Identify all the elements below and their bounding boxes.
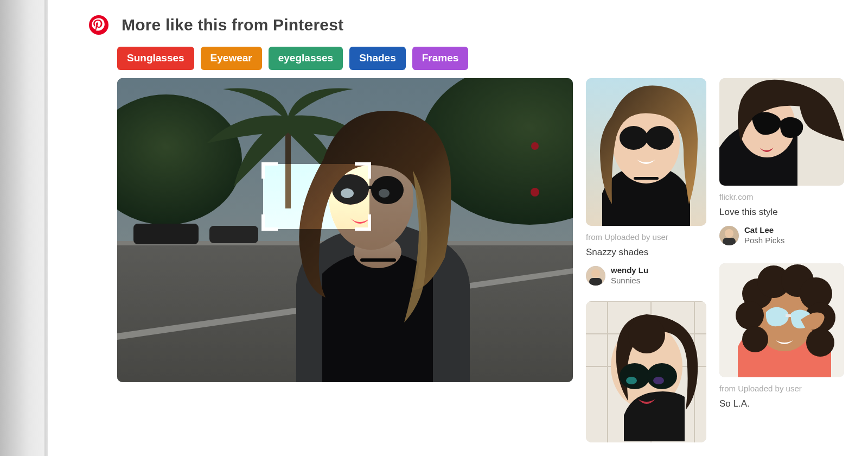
svg-point-35 bbox=[646, 126, 674, 150]
roi-bright bbox=[263, 164, 369, 229]
svg-point-68 bbox=[806, 328, 834, 357]
tag-sunglasses[interactable]: Sunglasses bbox=[117, 47, 194, 70]
roi-corner-tr[interactable] bbox=[355, 162, 371, 179]
pin-caption: Snazzy shades bbox=[586, 247, 706, 258]
byline-board: Sunnies bbox=[611, 276, 648, 286]
hero-image[interactable] bbox=[117, 78, 573, 382]
svg-rect-58 bbox=[723, 238, 736, 245]
svg-point-67 bbox=[742, 326, 768, 352]
roi-corner-br[interactable] bbox=[355, 214, 371, 231]
svg-point-57 bbox=[725, 229, 733, 238]
byline-text: wendy Lu Sunnies bbox=[611, 265, 648, 286]
tag-shades[interactable]: Shades bbox=[349, 47, 406, 70]
pin[interactable]: from Uploaded by user Snazzy shades wend… bbox=[586, 78, 706, 296]
svg-rect-51 bbox=[648, 372, 652, 375]
tag-row: Sunglasses Eyewear eyeglasses Shades Fra… bbox=[117, 47, 468, 70]
pin[interactable]: from Uploaded by user So L.A. bbox=[719, 263, 844, 409]
page-title: More like this from Pinterest bbox=[122, 16, 343, 34]
pin-byline[interactable]: Cat Lee Posh Picks bbox=[719, 225, 844, 246]
svg-rect-22 bbox=[285, 164, 291, 208]
results-col-2: flickr.com Love this style Cat Lee Posh … bbox=[719, 78, 844, 409]
pin-source: from Uploaded by user bbox=[586, 232, 706, 242]
svg-point-29 bbox=[341, 188, 354, 198]
header: More like this from Pinterest bbox=[89, 15, 343, 35]
visual-search-region[interactable] bbox=[263, 164, 369, 229]
pin-byline[interactable]: wendy Lu Sunnies bbox=[586, 265, 706, 286]
pinterest-icon bbox=[89, 15, 108, 35]
svg-rect-39 bbox=[589, 278, 602, 286]
svg-rect-69 bbox=[786, 314, 791, 317]
svg-point-52 bbox=[626, 377, 637, 384]
svg-point-48 bbox=[628, 316, 665, 353]
pin-image[interactable] bbox=[719, 263, 844, 377]
svg-point-49 bbox=[620, 363, 650, 389]
svg-point-53 bbox=[653, 377, 664, 384]
svg-point-65 bbox=[736, 301, 764, 330]
svg-rect-36 bbox=[646, 135, 650, 137]
tag-eyeglasses[interactable]: eyeglasses bbox=[269, 47, 343, 70]
tag-frames[interactable]: Frames bbox=[412, 47, 469, 70]
pin-caption: So L.A. bbox=[719, 398, 844, 409]
byline-name: Cat Lee bbox=[744, 225, 784, 236]
pin[interactable] bbox=[586, 301, 706, 442]
svg-point-50 bbox=[647, 363, 677, 389]
app-surface: More like this from Pinterest Sunglasses… bbox=[48, 0, 868, 456]
svg-rect-28 bbox=[366, 186, 369, 189]
content: from Uploaded by user Snazzy shades wend… bbox=[117, 78, 868, 456]
roi-corner-bl[interactable] bbox=[261, 214, 278, 231]
results-col-1: from Uploaded by user Snazzy shades wend… bbox=[586, 78, 706, 442]
byline-board: Posh Picks bbox=[744, 236, 784, 246]
byline-name: wendy Lu bbox=[611, 265, 648, 276]
avatar bbox=[719, 226, 739, 245]
pin-caption: Love this style bbox=[719, 207, 844, 218]
svg-rect-33 bbox=[634, 177, 659, 180]
pin-source: from Uploaded by user bbox=[719, 384, 844, 393]
pin[interactable]: flickr.com Love this style Cat Lee Posh … bbox=[719, 78, 844, 248]
pin-image[interactable] bbox=[719, 78, 844, 186]
byline-text: Cat Lee Posh Picks bbox=[744, 225, 784, 246]
roi-corner-tl[interactable] bbox=[261, 162, 278, 179]
svg-point-34 bbox=[620, 126, 648, 150]
pin-image[interactable] bbox=[586, 78, 706, 226]
svg-point-38 bbox=[591, 269, 600, 278]
device-frame-left bbox=[0, 0, 48, 456]
hero-dim-overlay bbox=[117, 78, 573, 382]
pin-source: flickr.com bbox=[719, 192, 844, 201]
pin-image[interactable] bbox=[586, 301, 706, 442]
avatar bbox=[586, 266, 605, 286]
tag-eyewear[interactable]: Eyewear bbox=[201, 47, 262, 70]
